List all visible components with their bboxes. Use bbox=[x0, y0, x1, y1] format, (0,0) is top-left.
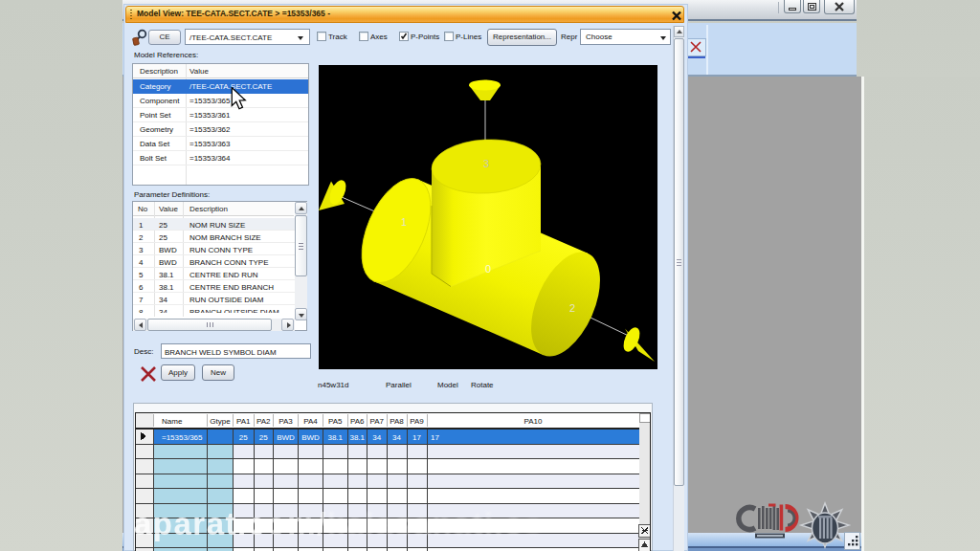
svg-text:38.1: 38.1 bbox=[327, 433, 343, 442]
svg-text:PA1: PA1 bbox=[236, 417, 251, 426]
svg-text:=15353/365: =15353/365 bbox=[162, 433, 203, 442]
svg-text:0: 0 bbox=[485, 263, 491, 275]
svg-text:PA10: PA10 bbox=[524, 417, 544, 426]
svg-text:Name: Name bbox=[162, 417, 183, 426]
svg-text:25: 25 bbox=[259, 433, 268, 442]
svg-text:1: 1 bbox=[401, 216, 407, 228]
svg-text:3: 3 bbox=[483, 158, 489, 169]
svg-text:34: 34 bbox=[372, 433, 381, 442]
svg-text:2: 2 bbox=[569, 302, 575, 314]
svg-text:PA7: PA7 bbox=[369, 417, 384, 426]
svg-text:PA2: PA2 bbox=[256, 417, 271, 426]
svg-text:38.1: 38.1 bbox=[349, 433, 365, 442]
svg-text:PA3: PA3 bbox=[278, 417, 293, 426]
svg-text:17: 17 bbox=[431, 433, 439, 442]
svg-text:PA6: PA6 bbox=[350, 417, 365, 426]
svg-text:PA4: PA4 bbox=[303, 417, 318, 426]
svg-text:PA5: PA5 bbox=[328, 417, 343, 426]
svg-text:Gtype: Gtype bbox=[210, 417, 231, 426]
svg-text:PA9: PA9 bbox=[410, 417, 424, 426]
svg-text:17: 17 bbox=[412, 433, 421, 442]
svg-text:34: 34 bbox=[392, 433, 401, 442]
svg-text:BWD: BWD bbox=[277, 433, 295, 442]
svg-text:PA8: PA8 bbox=[390, 417, 404, 426]
svg-text:25: 25 bbox=[239, 433, 248, 442]
svg-text:BWD: BWD bbox=[301, 433, 320, 442]
